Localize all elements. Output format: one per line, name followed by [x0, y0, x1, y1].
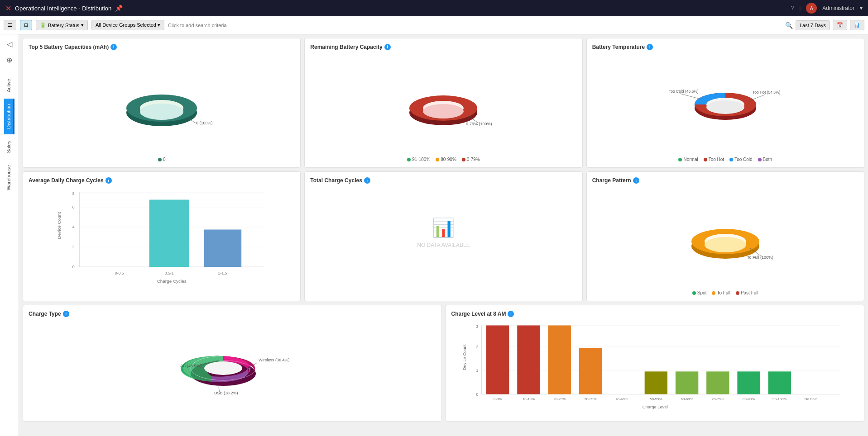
- total-charge-title: Total Charge Cycles i: [310, 177, 576, 184]
- svg-point-40: [705, 237, 746, 252]
- calendar-icon-btn[interactable]: 📅: [833, 20, 847, 30]
- legend-toohot: Too Hot: [704, 157, 724, 162]
- top5-info-icon[interactable]: i: [110, 44, 117, 50]
- charge-level-info-icon[interactable]: i: [508, 311, 514, 317]
- remaining-info-icon[interactable]: i: [384, 44, 391, 50]
- legend-pastfull: Past Full: [736, 290, 758, 295]
- svg-text:1-1.5: 1-1.5: [218, 271, 227, 275]
- top-nav: ✕ Operational Intelligence - Distributio…: [0, 0, 868, 16]
- legend-item-80: 80-90%: [436, 157, 456, 162]
- bar-70-79: [706, 371, 729, 394]
- total-charge-info-icon[interactable]: i: [364, 177, 370, 184]
- svg-text:To Full (100%): To Full (100%): [747, 255, 773, 260]
- svg-text:8: 8: [72, 191, 75, 196]
- charts-row-2: Average Daily Charge Cycles i Device Cou…: [23, 171, 864, 301]
- svg-line-16: [680, 94, 700, 99]
- sidebar-collapse-icon[interactable]: ◁: [5, 38, 14, 50]
- svg-text:2: 2: [72, 245, 75, 249]
- battery-status-label: Battery Status: [48, 23, 79, 28]
- remaining-donut-svg: 0-79% (100%): [398, 67, 489, 140]
- svg-text:1: 1: [476, 368, 478, 373]
- legend-item-079: 0-79%: [462, 157, 480, 162]
- legend-normal: Normal: [678, 157, 698, 162]
- view-toggle-chart-btn[interactable]: ⊞: [20, 20, 32, 30]
- chart-top5-title: Top 5 Battery Capacities (mAh) i: [29, 44, 295, 50]
- chart-total-charge: Total Charge Cycles i 📊 NO DATA AVAILABL…: [304, 171, 582, 301]
- legend-dot: [158, 158, 162, 161]
- svg-text:0-79% (100%): 0-79% (100%): [466, 122, 492, 126]
- sidebar-item-warehouse[interactable]: Warehouse: [4, 160, 14, 196]
- user-label[interactable]: Administrator: [822, 5, 854, 11]
- charge-level-chart-area: Device Count 0 1 2 3 0-9%: [451, 321, 859, 416]
- separator: |: [799, 5, 801, 11]
- sidebar-add-icon[interactable]: ⊕: [5, 54, 14, 66]
- bar-50-59: [644, 371, 667, 394]
- bar-90-100: [768, 371, 791, 394]
- bar-60-69: [675, 371, 698, 394]
- search-button[interactable]: 🔍: [785, 22, 793, 29]
- svg-text:20-29%: 20-29%: [553, 397, 566, 401]
- remaining-legend: 91-100% 80-90% 0-79%: [310, 157, 576, 162]
- chart-battery-temp: Battery Temperature i: [586, 38, 864, 168]
- chart-remaining-battery: Remaining Battery Capacity i 0-79% (100%…: [304, 38, 582, 168]
- charts-row-3: Charge Type i: [23, 305, 864, 422]
- temp-donut-container: Too Cold (45.5%) Too Hot (54.5%): [592, 54, 858, 153]
- charge-type-info-icon[interactable]: i: [63, 311, 69, 317]
- avg-charge-chart-area: Device Count 0 2 4 6 8: [29, 187, 295, 287]
- charge-pattern-info-icon[interactable]: i: [633, 177, 639, 184]
- svg-text:0.5-1: 0.5-1: [165, 271, 174, 275]
- charts-row-1: Top 5 Battery Capacities (mAh) i 0 (100%…: [23, 38, 864, 168]
- svg-text:Device Count: Device Count: [461, 344, 466, 370]
- no-data-chart-icon: 📊: [432, 217, 455, 238]
- svg-point-3: [140, 104, 183, 120]
- legend-dot-both: [758, 158, 762, 161]
- svg-text:70-79%: 70-79%: [711, 397, 724, 401]
- device-group-chevron-icon: ▾: [158, 22, 160, 28]
- legend-both: Both: [758, 157, 772, 162]
- search-input[interactable]: [168, 23, 782, 28]
- device-group-filter[interactable]: All Device Groups Selected ▾: [91, 20, 164, 30]
- svg-point-48: [204, 361, 242, 375]
- legend-spot: Spot: [692, 290, 707, 295]
- user-chevron-icon[interactable]: ▾: [860, 5, 863, 11]
- chart-top5-battery: Top 5 Battery Capacities (mAh) i 0 (100%…: [23, 38, 301, 168]
- pin-icon[interactable]: 📌: [115, 5, 123, 12]
- svg-text:90-100%: 90-100%: [772, 397, 786, 401]
- user-avatar: A: [806, 3, 817, 14]
- svg-text:80-89%: 80-89%: [743, 397, 755, 401]
- svg-text:Too Cold (45.5%): Too Cold (45.5%): [669, 89, 699, 94]
- help-icon[interactable]: ?: [791, 5, 794, 11]
- bar-05-1: [149, 200, 189, 267]
- top5-legend: 0: [29, 157, 295, 162]
- remaining-title: Remaining Battery Capacity i: [310, 44, 576, 50]
- chart-charge-type: Charge Type i: [23, 305, 442, 422]
- sidebar-item-active[interactable]: Active: [4, 73, 14, 98]
- battery-status-btn[interactable]: 🔋 Battery Status ▾: [36, 20, 88, 30]
- top5-donut-container: 0 (100%): [29, 54, 295, 153]
- close-icon[interactable]: ✕: [5, 4, 11, 13]
- svg-point-15: [706, 100, 744, 114]
- svg-text:AC (45.5%): AC (45.5%): [180, 364, 201, 368]
- charge-pattern-legend: Spot To Full Past Full: [592, 290, 858, 295]
- chart-charge-pattern: Charge Pattern i To Full (100%): [586, 171, 864, 301]
- svg-text:0-9%: 0-9%: [494, 397, 502, 401]
- svg-text:0: 0: [72, 265, 75, 269]
- bar-20-29: [548, 326, 571, 394]
- avg-charge-svg: Device Count 0 2 4 6 8: [29, 187, 295, 287]
- legend-dot-toohot: [704, 158, 707, 161]
- avg-charge-info-icon[interactable]: i: [106, 177, 112, 184]
- main-layout: ◁ ⊕ Active Distribution Sales Warehouse …: [0, 34, 868, 436]
- chart-options-btn[interactable]: 📊: [850, 20, 864, 30]
- sidebar-item-distribution[interactable]: Distribution: [4, 99, 14, 134]
- view-toggle-list-btn[interactable]: ☰: [4, 20, 16, 30]
- temp-info-icon[interactable]: i: [647, 44, 653, 50]
- svg-text:Charge Cycles: Charge Cycles: [157, 279, 187, 284]
- svg-text:0: 0: [476, 392, 478, 397]
- sidebar-item-sales[interactable]: Sales: [4, 135, 14, 159]
- date-range-btn[interactable]: Last 7 Days: [796, 20, 830, 30]
- charge-type-svg: AC (45.5%) Wireless (36.4%) USB (18.2%): [160, 325, 305, 407]
- svg-text:60-69%: 60-69%: [681, 397, 693, 401]
- temp-donut-svg: Too Cold (45.5%) Too Hot (54.5%): [667, 67, 784, 140]
- charge-level-title: Charge Level at 8 AM i: [451, 311, 859, 317]
- chart-avg-charge: Average Daily Charge Cycles i Device Cou…: [23, 171, 301, 301]
